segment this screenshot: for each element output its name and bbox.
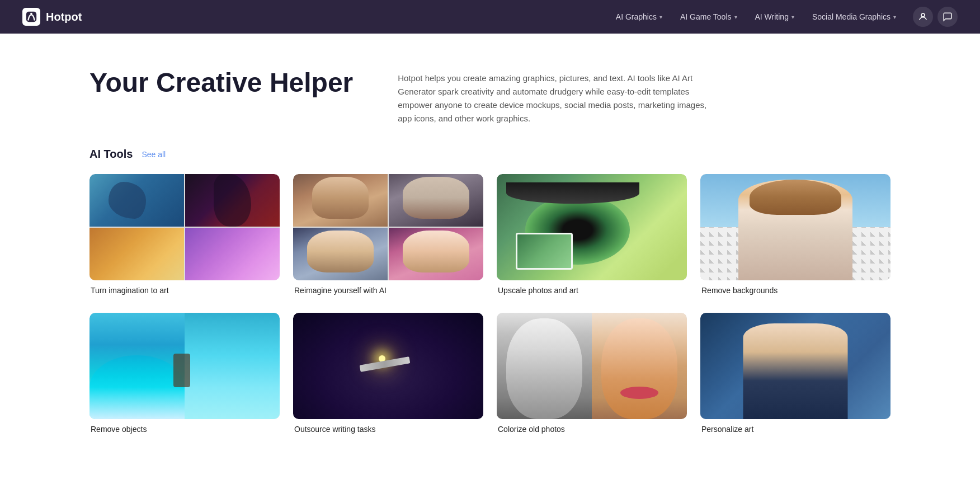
tool-card-remove-bg[interactable]: Remove backgrounds [700, 174, 891, 295]
mono-face [506, 318, 582, 420]
tool-label-imagination-art: Turn imagination to art [89, 286, 280, 295]
tool-image-imagination-art [89, 174, 280, 280]
ai-tools-section-header: AI Tools See all [89, 148, 891, 161]
nav-item-ai-writing[interactable]: AI Writing ▾ [747, 8, 802, 26]
tool-image-writing [293, 313, 483, 419]
surfer-left [89, 313, 185, 419]
tool-card-writing[interactable]: Outsource writing tasks [293, 313, 483, 434]
art-cell-1 [89, 174, 184, 227]
colorize-composition [497, 313, 687, 419]
chevron-down-icon: ▾ [659, 14, 662, 20]
surfer-right [185, 313, 280, 419]
brand-name: Hotpot [46, 11, 82, 23]
mona-lisa-composition [700, 313, 891, 419]
ai-tools-heading: AI Tools [89, 148, 133, 161]
eye-lashes [506, 182, 639, 204]
tools-grid-row2: Remove objects Outsource writing tasks [89, 313, 891, 434]
tool-label-upscale: Upscale photos and art [497, 286, 687, 295]
mono-half [497, 313, 592, 419]
color-face [601, 318, 677, 420]
portrait-cell-3 [293, 228, 388, 280]
nav-item-ai-graphics[interactable]: AI Graphics ▾ [608, 8, 670, 26]
smile-lips [620, 387, 658, 399]
art-cell-4 [185, 228, 280, 280]
eye-closeup-bg [497, 174, 687, 280]
tool-image-personalize-art [700, 313, 891, 419]
tool-image-remove-objects [89, 313, 280, 419]
tool-card-reimagine-self[interactable]: Reimagine yourself with AI [293, 174, 483, 295]
portrait-cell-4 [389, 228, 483, 280]
hero-title: Your Creative Helper [89, 67, 353, 98]
tool-card-remove-objects[interactable]: Remove objects [89, 313, 280, 434]
tool-label-colorize: Colorize old photos [497, 425, 687, 434]
hero-description: Hotpot helps you create amazing graphics… [398, 67, 722, 125]
tool-label-remove-bg: Remove backgrounds [700, 286, 891, 295]
bg-person [738, 180, 852, 281]
tool-card-imagination-art[interactable]: Turn imagination to art [89, 174, 280, 295]
surfer-composition [89, 313, 280, 419]
tool-image-upscale [497, 174, 687, 280]
tool-label-writing: Outsource writing tasks [293, 425, 483, 434]
tool-label-personalize-art: Personalize art [700, 425, 891, 434]
brand-logo[interactable]: Hotpot [22, 8, 82, 26]
logo-icon [22, 8, 40, 26]
tool-image-remove-bg [700, 174, 891, 280]
sparkler-composition [293, 313, 483, 419]
chevron-down-icon: ▾ [791, 14, 794, 20]
nav-label-ai-graphics: AI Graphics [616, 12, 657, 21]
hero-section: Your Creative Helper Hotpot helps you cr… [0, 34, 980, 148]
surfer-figure [173, 354, 190, 387]
chevron-down-icon: ▾ [893, 14, 896, 20]
main-content: AI Tools See all Turn imagination to art [0, 148, 980, 485]
color-face-overlay [601, 318, 677, 420]
tool-image-reimagine-self [293, 174, 483, 280]
tool-label-reimagine-self: Reimagine yourself with AI [293, 286, 483, 295]
user-icon-button[interactable] [913, 7, 933, 27]
nav-label-ai-game-tools: AI Game Tools [680, 12, 732, 21]
tool-label-remove-objects: Remove objects [89, 425, 280, 434]
chat-icon-button[interactable] [937, 7, 958, 27]
nav-label-social-media: Social Media Graphics [812, 12, 891, 21]
art-cell-2 [185, 174, 280, 227]
svg-point-1 [30, 13, 32, 15]
nav-item-social-media[interactable]: Social Media Graphics ▾ [804, 8, 904, 26]
mono-face-overlay [506, 318, 582, 420]
tool-card-colorize[interactable]: Colorize old photos [497, 313, 687, 434]
nav-icons [913, 7, 958, 27]
mona-figure [743, 323, 848, 419]
see-all-link[interactable]: See all [142, 150, 166, 159]
color-half [592, 313, 687, 419]
nav-label-ai-writing: AI Writing [755, 12, 789, 21]
navbar: Hotpot AI Graphics ▾ AI Game Tools ▾ AI … [0, 0, 980, 34]
bg-person-hair [750, 180, 841, 215]
chevron-down-icon: ▾ [734, 14, 737, 20]
svg-point-2 [921, 13, 925, 17]
tool-card-upscale[interactable]: Upscale photos and art [497, 174, 687, 295]
magnify-box [516, 233, 573, 270]
tool-image-colorize [497, 313, 687, 419]
nav-links: AI Graphics ▾ AI Game Tools ▾ AI Writing… [608, 8, 904, 26]
remove-bg-composition [700, 174, 891, 280]
tools-grid-row1: Turn imagination to art Reimagine yourse… [89, 174, 891, 295]
art-cell-3 [89, 228, 184, 280]
surfer-wave [89, 355, 185, 419]
nav-item-ai-game-tools[interactable]: AI Game Tools ▾ [672, 8, 745, 26]
portrait-cell-2 [389, 174, 483, 227]
portrait-cell-1 [293, 174, 388, 227]
tool-card-personalize-art[interactable]: Personalize art [700, 313, 891, 434]
